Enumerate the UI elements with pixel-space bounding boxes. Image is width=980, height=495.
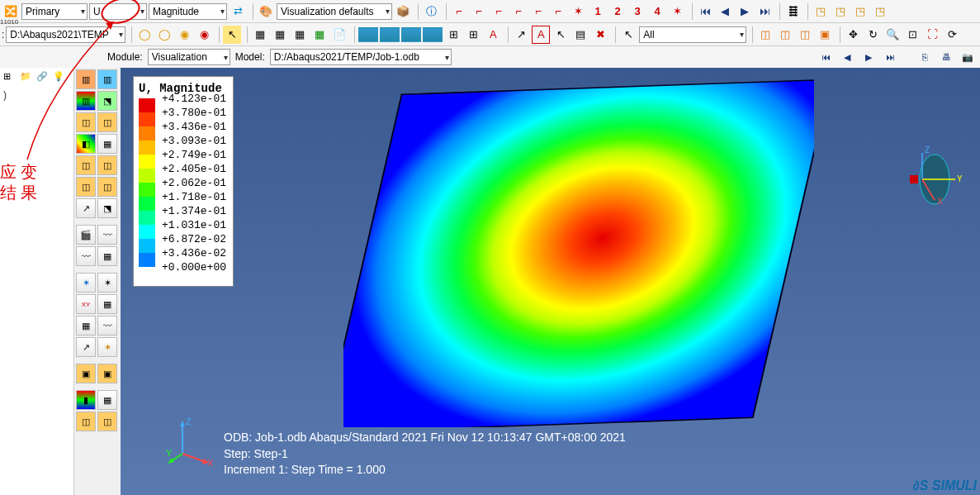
viz-defaults-dropdown[interactable]: Visualization defaults (277, 3, 392, 20)
tool-m-icon[interactable]: ✶ (97, 273, 117, 293)
circle2-icon[interactable]: ◯ (155, 26, 173, 44)
iso1-icon[interactable]: ◳ (812, 2, 830, 21)
cursor-star-icon[interactable]: ↖ (223, 26, 241, 44)
table-icon[interactable]: ▤ (571, 26, 589, 44)
sel2-icon[interactable]: ◫ (776, 26, 794, 44)
doc-icon[interactable]: 📄 (330, 26, 348, 44)
csys-xz-icon[interactable]: ⌐ (470, 2, 488, 21)
tool-w-icon[interactable]: ◫ (76, 412, 96, 431)
component-dropdown[interactable]: Magnitude (149, 3, 227, 20)
selection-filter-dropdown[interactable]: All (639, 26, 746, 43)
annot-a-icon[interactable]: A (484, 26, 502, 44)
tool-csys-icon[interactable]: ✶ (76, 273, 96, 293)
tool-chart-icon[interactable]: 〰 (76, 246, 96, 266)
sel3-icon[interactable]: ◫ (796, 26, 814, 44)
arrow-icon[interactable]: ↗ (512, 26, 530, 44)
view-triad-icon[interactable]: Z Y X (897, 146, 963, 212)
simulia-branding: ∂S SIMULI (913, 478, 977, 493)
preset-2[interactable]: 2 (608, 2, 627, 21)
rail-icon[interactable]: 🛤 (784, 2, 802, 21)
model-dropdown[interactable]: D:/Abaqus2021/TEMP/Job-1.odb (270, 49, 452, 65)
tool-n-icon[interactable]: ▦ (97, 294, 117, 314)
camera-icon[interactable]: 📷 (959, 50, 977, 64)
circle1-icon[interactable]: ◯ (135, 26, 154, 44)
sel1-icon[interactable]: ◫ (756, 26, 774, 44)
binary-label: 11010 (0, 18, 18, 26)
print-icon[interactable]: 🖶 (937, 50, 955, 64)
preset-3[interactable]: 3 (628, 2, 646, 21)
csys-xy2-icon[interactable]: ⌐ (490, 2, 508, 21)
play-icon[interactable]: ▶ (736, 2, 754, 21)
vcr-next-icon[interactable]: ▶ (859, 50, 878, 64)
render-misc2-icon[interactable]: ⊞ (464, 26, 482, 44)
vcr-controls: ⏮ ◀ ▶ ⏭ ⎘ 🖶 📷 (817, 50, 977, 64)
csys-xy-icon[interactable]: ⌐ (450, 2, 468, 21)
tool-l-icon[interactable]: ▦ (97, 246, 117, 266)
zoom-icon[interactable]: 🔍 (883, 26, 902, 44)
tool-j-icon[interactable]: ⬔ (97, 198, 117, 218)
tool-movie-icon[interactable]: 🎬 (76, 225, 96, 245)
info-icon[interactable]: ⓘ (422, 2, 440, 21)
circle3-icon[interactable]: ◉ (175, 26, 193, 44)
csys-3d-icon[interactable]: ✶ (569, 2, 587, 21)
pan-icon[interactable]: ✥ (844, 26, 862, 44)
tool-v-icon[interactable]: ▦ (97, 390, 117, 410)
tool-s-icon[interactable]: ▣ (76, 364, 96, 383)
preset-4[interactable]: 4 (648, 2, 666, 21)
render-fill-icon[interactable] (423, 27, 443, 42)
grid3-icon[interactable]: ▦ (291, 26, 309, 44)
refresh-icon[interactable]: ⟳ (943, 26, 961, 44)
render-wire-icon[interactable] (358, 27, 378, 42)
pointer-icon[interactable]: ↖ (552, 26, 570, 44)
module-dropdown[interactable]: Visualization (148, 49, 230, 65)
copy-view-icon[interactable]: ⎘ (916, 50, 934, 64)
text-a-icon[interactable]: A (532, 26, 550, 44)
csys-yz-icon[interactable]: ⌐ (509, 2, 528, 21)
tool-k-icon[interactable]: 〰 (97, 225, 117, 245)
iso4-icon[interactable]: ◳ (871, 2, 889, 21)
render-misc1-icon[interactable]: ⊞ (444, 26, 462, 44)
tool-i-icon[interactable]: ↗ (76, 198, 96, 218)
zoom-box-icon[interactable]: ⊡ (903, 26, 921, 44)
preset-1[interactable]: 1 (589, 2, 607, 21)
iso2-icon[interactable]: ◳ (831, 2, 850, 21)
grid2-icon[interactable]: ▦ (271, 26, 289, 44)
csys-cycle-icon[interactable]: ✶ (668, 2, 686, 21)
circle4-icon[interactable]: ◉ (195, 26, 213, 44)
tool-q-icon[interactable]: ↗ (76, 337, 96, 357)
tool-g-icon[interactable]: ◫ (76, 177, 96, 197)
vcr-last-icon[interactable]: ⏭ (881, 50, 899, 64)
sel4-icon[interactable]: ▣ (816, 26, 834, 44)
vcr-first-icon[interactable]: ⏮ (817, 50, 835, 64)
delete-icon[interactable]: ✖ (591, 26, 609, 44)
tool-x-icon[interactable]: ◫ (97, 412, 117, 431)
csys-xz2-icon[interactable]: ⌐ (549, 2, 567, 21)
grid1-icon[interactable]: ▦ (251, 26, 269, 44)
tool-p-icon[interactable]: 〰 (97, 316, 117, 336)
info-line3: Increment 1: Step Time = 1.000 (224, 462, 626, 478)
prev-frame-icon[interactable]: ◀ (716, 2, 734, 21)
rotate-icon[interactable]: ↻ (864, 26, 882, 44)
box-icon[interactable]: 📦 (394, 2, 412, 21)
swap-icon[interactable]: ⇄ (229, 2, 247, 21)
tool-o-icon[interactable]: ▦ (76, 316, 96, 336)
tool-t-icon[interactable]: ▣ (97, 364, 117, 383)
fit-icon[interactable]: ⛶ (923, 26, 941, 44)
render-shaded-icon[interactable] (401, 27, 421, 42)
tool-xy-icon[interactable]: XY (76, 294, 96, 314)
iso3-icon[interactable]: ◳ (851, 2, 869, 21)
tool-h-icon[interactable]: ◫ (97, 177, 117, 197)
render-hidden-icon[interactable] (380, 27, 400, 42)
viewport[interactable]: U, Magnitude +4.123e-01+3.780e-01+3.436e… (121, 68, 980, 495)
first-frame-icon[interactable]: ⏮ (696, 2, 714, 21)
csys-yz2-icon[interactable]: ⌐ (529, 2, 547, 21)
tree-expand-icon[interactable]: ⊞ (3, 71, 17, 84)
info-line1: ODB: Job-1.odb Abaqus/Standard 2021 Fri … (224, 430, 626, 446)
vcr-prev-icon[interactable]: ◀ (838, 50, 856, 64)
tool-r-icon[interactable]: ✶ (97, 337, 117, 357)
excel-icon[interactable]: ▦ (310, 26, 329, 44)
tool-u-icon[interactable]: ▮ (76, 390, 96, 410)
last-frame-icon[interactable]: ⏭ (755, 2, 774, 21)
select-arrow-icon[interactable]: ↖ (619, 26, 637, 44)
palette-icon[interactable]: 🎨 (257, 2, 275, 21)
